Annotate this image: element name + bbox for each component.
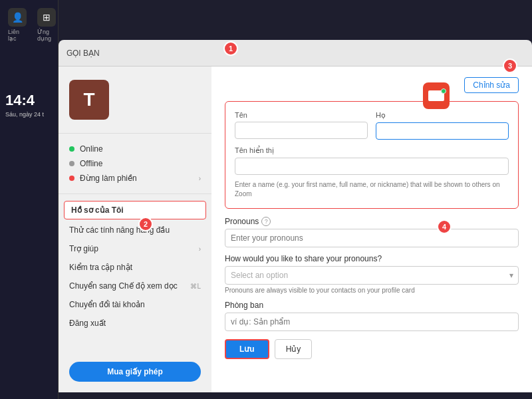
help-arrow: › <box>199 245 201 253</box>
menu-item-switch[interactable]: Chuyển đổi tài khoản <box>59 295 211 314</box>
buy-license-button[interactable]: Mua giấy phép <box>69 362 201 382</box>
clock-area: 14:4 Sáu, ngày 24 t <box>0 86 59 126</box>
display-name-group: Tên hiển thị <box>235 146 509 175</box>
taskbar: 👤 Liên lạc ⊞ Ứng dụng 14:4 Sáu, ngày 24 … <box>0 0 59 399</box>
last-name-label: Họ <box>376 111 509 120</box>
zoom-logo-inner <box>428 90 444 101</box>
sidebar-item-contacts[interactable]: 👤 Liên lạc <box>5 5 29 45</box>
save-button[interactable]: Lưu <box>225 339 269 359</box>
share-hint: Pronouns are always visible to your cont… <box>225 286 519 295</box>
share-select-wrapper: Select an option <box>225 266 519 285</box>
menu-item-update[interactable]: Kiểm tra cập nhật <box>59 258 211 277</box>
annotation-4: 4 <box>437 219 452 234</box>
first-name-label: Tên <box>235 111 368 119</box>
view-shortcut: ⌘L <box>190 283 201 290</box>
right-panel-header: Chỉnh sửa <box>225 77 519 93</box>
share-label: How would you like to share your pronoun… <box>225 254 519 263</box>
menu-item-logout[interactable]: Đăng xuất <box>59 314 211 332</box>
share-select[interactable]: Select an option <box>225 266 519 285</box>
pronouns-info-icon: ? <box>261 217 271 226</box>
last-name-group: Họ <box>376 111 509 140</box>
pronouns-label: Pronouns ? <box>225 217 519 226</box>
menu-item-features[interactable]: Thử các tính năng hàng đầu <box>59 221 211 239</box>
online-dot <box>69 146 74 152</box>
annotation-1: 1 <box>223 41 238 56</box>
dept-label: Phòng ban <box>225 301 519 310</box>
offline-dot <box>69 161 74 166</box>
menu-item-help[interactable]: Trợ giúp › <box>59 239 211 258</box>
status-online[interactable]: Online <box>69 142 201 156</box>
display-name-label: Tên hiển thị <box>235 146 509 155</box>
dnd-arrow: › <box>199 175 201 182</box>
dept-input[interactable] <box>225 313 519 331</box>
right-panel: Chỉnh sửa Tên Họ Tên hiển thị Enter a na… <box>211 66 532 392</box>
divider-top <box>59 133 211 134</box>
display-name-input[interactable] <box>235 158 509 175</box>
menu-item-profile[interactable]: Hồ sơ của Tôi <box>64 201 206 219</box>
zoom-topbar: GỌI BẠN <box>59 40 532 66</box>
menu-list: Hồ sơ của Tôi Thử các tính năng hàng đầu… <box>59 197 211 355</box>
zoom-window: T Online Offline Đừng làm phiền › Hồ sơ … <box>59 66 532 392</box>
first-name-input[interactable] <box>235 122 368 139</box>
topbar-goi-ban: GỌI BẠN <box>66 49 100 58</box>
cancel-button[interactable]: Hủy <box>275 339 313 359</box>
pronouns-input[interactable] <box>225 229 519 247</box>
left-panel: T Online Offline Đừng làm phiền › Hồ sơ … <box>59 66 211 392</box>
pronouns-section: Pronouns ? <box>225 217 519 247</box>
zoom-logo <box>423 82 450 109</box>
status-list: Online Offline Đừng làm phiền › <box>59 136 211 191</box>
name-form-section: Tên Họ Tên hiển thị Enter a name (e.g. y… <box>225 101 519 209</box>
edit-profile-button[interactable]: Chỉnh sửa <box>464 77 519 93</box>
avatar: T <box>69 80 109 120</box>
status-dnd[interactable]: Đừng làm phiền › <box>69 171 201 186</box>
last-name-input[interactable] <box>376 122 509 140</box>
dnd-dot <box>69 176 74 181</box>
clock-date: Sáu, ngày 24 t <box>5 110 53 119</box>
first-name-group: Tên <box>235 111 368 140</box>
divider-mid <box>59 194 211 194</box>
annotation-3: 3 <box>503 59 517 73</box>
status-offline[interactable]: Offline <box>69 156 201 171</box>
action-row: Lưu Hủy <box>225 339 519 359</box>
zoom-status-dot <box>441 88 446 94</box>
name-hint: Enter a name (e.g. your first name, full… <box>235 180 509 199</box>
clock-time: 14:4 <box>5 93 53 108</box>
name-row: Tên Họ <box>235 111 509 140</box>
sidebar-item-apps[interactable]: ⊞ Ứng dụng <box>35 5 59 45</box>
annotation-2: 2 <box>138 217 153 231</box>
profile-area: T <box>59 66 211 130</box>
menu-item-view[interactable]: Chuyển sang Chế độ xem dọc ⌘L <box>59 277 211 295</box>
